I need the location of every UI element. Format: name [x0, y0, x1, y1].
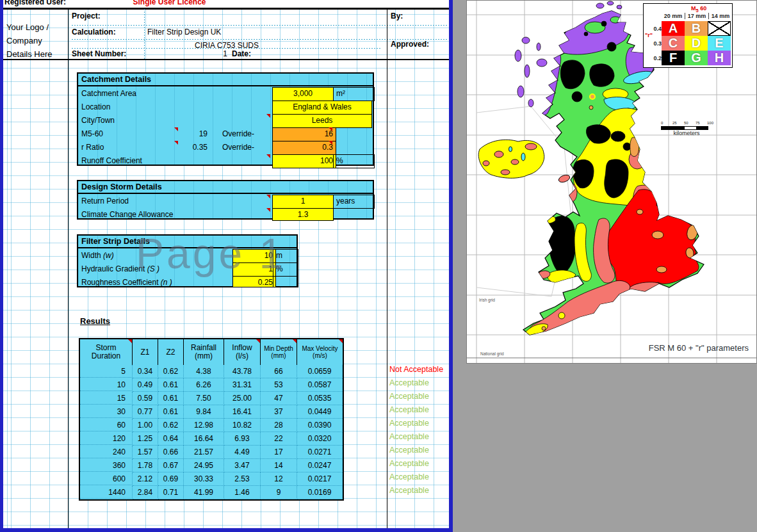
results-cell: 12.98	[184, 419, 224, 432]
scale-label: kilometers	[661, 130, 712, 136]
legend-row-label: 0.3	[645, 36, 663, 51]
rratio-override-label: Override-	[222, 143, 254, 152]
comment-marker	[266, 208, 270, 212]
results-cell: 0.64	[158, 432, 184, 446]
results-cell: 16.64	[184, 432, 224, 446]
status-text: Acceptable	[389, 419, 450, 432]
m560-override-input[interactable]: 16	[272, 127, 336, 141]
width-input[interactable]: 10	[232, 249, 276, 263]
isle-of-man	[558, 173, 571, 184]
results-cell: 0.0659	[297, 365, 343, 378]
legend-row-label: 0.2	[645, 51, 663, 65]
legend-grid: ABCDEFGH	[662, 21, 731, 65]
location-select[interactable]: England & Wales	[272, 101, 372, 115]
catchment-area-label: Catchment Area	[81, 89, 136, 98]
results-header-cell: StormDuration	[80, 339, 133, 365]
legend-cell-A: A	[662, 21, 685, 36]
status-text: Acceptable	[389, 432, 450, 446]
scale-tick: 0	[661, 121, 663, 125]
section-title: Filter Strip Details	[78, 236, 297, 248]
results-cell: 360	[80, 459, 133, 472]
by-label: By:	[391, 12, 403, 20]
catchment-area-input[interactable]: 3,000	[272, 87, 334, 101]
results-heading: Results	[80, 316, 110, 326]
results-cell: 0.0271	[297, 446, 343, 459]
calculation-value-cell[interactable]: Filter Strip Design UK	[147, 28, 221, 36]
results-cell: 0.0587	[297, 378, 343, 392]
results-cell: 0.0169	[297, 486, 343, 499]
city-select[interactable]: Leeds	[272, 114, 372, 128]
results-table-body: 50.340.624.3843.78660.0659100.490.616.26…	[79, 365, 344, 501]
results-cell: 1.25	[133, 432, 158, 446]
status-text: Not Acceptable	[389, 365, 450, 378]
results-header-cell: Z1	[133, 339, 158, 365]
return-period-input[interactable]: 1	[272, 195, 334, 209]
runoff-input[interactable]: 100	[272, 154, 336, 168]
results-cell: 7.50	[184, 392, 224, 405]
results-cell: 0.0449	[297, 405, 343, 419]
runoff-unit: %	[333, 154, 375, 168]
results-cell: 53	[261, 378, 297, 392]
license-bar: Registered User: Single User Licence Use…	[3, 0, 449, 8]
results-cell: 31.31	[224, 378, 261, 392]
license-label: Registered User:	[4, 0, 66, 6]
results-cell: 600	[80, 472, 133, 485]
results-cell: 0.77	[133, 405, 158, 419]
legend-column-headers: 20 mm17 mm14 mm	[662, 13, 732, 19]
sheet-number-value[interactable]: 1	[179, 49, 230, 58]
logo-line: Your Logo /	[6, 20, 65, 34]
results-cell: 0.62	[158, 419, 184, 432]
results-cell: 0.67	[158, 459, 184, 472]
map-legend: M5 60 "r" 20 mm17 mm14 mm 0.40.30.2 ABCD…	[643, 3, 733, 68]
sheet-frame	[449, 0, 453, 532]
filter-strip-section: Filter Strip Details Width (w) 10 m Hydr…	[77, 234, 298, 287]
status-text: Acceptable	[389, 486, 450, 499]
results-cell: 22	[261, 432, 297, 446]
scale-tick: 100	[707, 121, 713, 125]
map-caption: FSR M 60 + "r" parameters	[467, 343, 749, 353]
climate-change-label: Climate Change Allowance	[81, 210, 173, 219]
results-cell: 0.34	[133, 365, 158, 378]
results-cell: 60	[80, 419, 133, 431]
results-cell: 15	[80, 392, 133, 405]
divider	[144, 9, 145, 59]
status-column: Not AcceptableAcceptableAcceptableAccept…	[389, 365, 450, 499]
m560-base-value: 19	[174, 129, 210, 138]
results-header-line1: Max Velocity	[302, 345, 338, 352]
rratio-override-input[interactable]: 0.3	[272, 141, 336, 155]
column-rule-right	[387, 8, 387, 528]
approved-label: Approved:	[391, 40, 429, 49]
runoff-label: Runoff Coefficient	[81, 156, 142, 165]
results-header-cell: Rainfall(mm)	[184, 339, 224, 365]
divider	[72, 25, 448, 26]
climate-change-input[interactable]: 1.3	[272, 208, 334, 221]
results-cell: 0.0320	[297, 432, 343, 446]
results-header-line2: (m/s)	[313, 352, 327, 359]
width-label: Width (w)	[81, 251, 114, 260]
legend-column-header: 14 mm	[708, 13, 732, 19]
results-cell: 37	[261, 405, 297, 419]
results-cell: 0.49	[133, 378, 158, 392]
roughness-unit	[273, 276, 298, 287]
comment-marker	[266, 195, 270, 198]
scale-bar: 0255075100 kilometers	[661, 121, 712, 136]
results-cell: 0.61	[158, 405, 184, 419]
results-cell: 0.0247	[297, 459, 343, 472]
sheet-frame	[0, 0, 3, 532]
m560-override-label: Override-	[222, 129, 254, 138]
scale-ticks: 0255075100	[661, 121, 712, 126]
scale-tick: 50	[684, 121, 688, 125]
results-cell: 0.71	[158, 486, 184, 499]
status-text: Acceptable	[389, 446, 450, 459]
results-cell: 28	[261, 419, 297, 432]
return-period-unit: years	[333, 195, 375, 209]
results-cell: 24.95	[184, 459, 224, 472]
legend-cell-D: D	[685, 36, 708, 51]
results-cell: 0.0535	[297, 392, 343, 405]
logo-placeholder: Your Logo / Company Details Here	[6, 20, 65, 61]
roughness-input[interactable]: 0.25	[232, 276, 276, 287]
project-label: Project:	[72, 12, 101, 20]
gradient-input[interactable]: 1	[232, 262, 276, 277]
legend-cell-G: G	[685, 51, 708, 65]
comment-marker	[293, 339, 297, 343]
